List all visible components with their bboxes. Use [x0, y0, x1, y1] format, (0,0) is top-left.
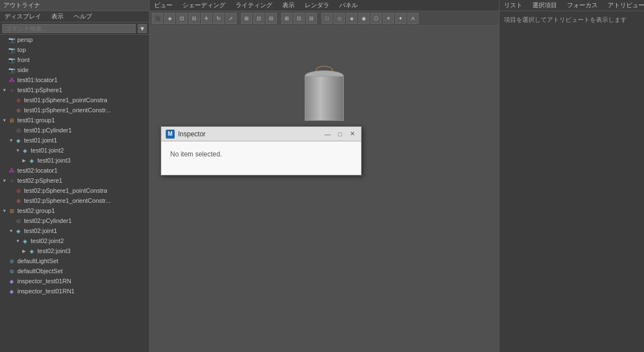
tree-expand-btn[interactable]: ▼ [2, 178, 8, 183]
toolbar-btn-light1[interactable]: ☀ [383, 13, 394, 24]
tree-expand-btn[interactable]: ▼ [16, 148, 21, 153]
viewport-menu-view[interactable]: ビュー [152, 0, 175, 11]
tree-item[interactable]: ▼ ◈ test01:joint1 [0, 135, 149, 145]
tree-item[interactable]: ▼ ◈ test02:joint1 [0, 226, 149, 236]
viewport-menu-bar: ビュー シェーディング ライティング 表示 レンダラ パネル [150, 0, 499, 11]
tree-item[interactable]: ▶ ◈ test01:joint3 [0, 155, 149, 165]
viewport-canvas[interactable]: M Inspector — □ ✕ No item selected. [150, 26, 499, 352]
tree-icon-joint: ◈ [28, 247, 36, 255]
inspector-minimize-button[interactable]: — [323, 130, 332, 139]
viewport-menu-lighting[interactable]: ライティング [233, 0, 275, 11]
tree-label: inspector_test01RN [17, 278, 71, 284]
tree-expand-btn[interactable]: ▼ [2, 88, 8, 93]
viewport-menu-panel[interactable]: パネル [337, 0, 360, 11]
attr-menu-selection[interactable]: 選択項目 [530, 0, 559, 11]
toolbar-btn-paint[interactable]: ⊟ [189, 13, 200, 24]
tree-item[interactable]: ⁂ test01:locator1 [0, 75, 149, 85]
toolbar-btn-rot[interactable]: ↻ [213, 13, 224, 24]
inspector-body: No item selected. [161, 141, 361, 175]
tree-expand-btn[interactable]: ▼ [2, 208, 8, 213]
tree-item[interactable]: ◆ inspector_test01RN1 [0, 286, 149, 296]
toolbar-btn-scl[interactable]: ⤢ [225, 13, 237, 24]
tree-icon-constraint-orient: ⊕ [15, 197, 22, 204]
toolbar-btn-poly1[interactable]: □ [321, 13, 333, 24]
main-layout: アウトライナ ディスプレイ 表示 ヘルプ ▼ 📷 persp 📷 top 📷 f… [0, 0, 644, 352]
search-dropdown[interactable]: ▼ [138, 24, 147, 33]
outliner-menu-display[interactable]: ディスプレイ [2, 11, 44, 22]
tree-item[interactable]: ⊙ test01:pCylinder1 [0, 125, 149, 135]
tree-expand-btn[interactable]: ▼ [9, 138, 15, 143]
viewport-menu-shading[interactable]: シェーディング [180, 0, 228, 11]
tree-item[interactable]: ▼ ○ test01:pSphere1 [0, 85, 149, 95]
tree-icon-constraint-point: ⊕ [15, 96, 22, 104]
tree-label: top [17, 46, 26, 53]
tree-item[interactable]: ⊕ test02:pSphere1_orientConstr... [0, 196, 149, 206]
tree-item[interactable]: ▶ ◈ test02:joint3 [0, 246, 149, 256]
toolbar-btn-poly2[interactable]: ◇ [334, 13, 345, 24]
tree-item[interactable]: 📷 front [0, 55, 149, 65]
toolbar-btn-snap1[interactable]: ⊡ [253, 13, 265, 24]
tree-label: test01:pSphere1_pointConstra [24, 97, 107, 103]
toolbar-btn-lasso[interactable]: ⊡ [176, 13, 188, 24]
inspector-close-button[interactable]: ✕ [348, 130, 357, 139]
toolbar-btn-iso1[interactable]: ⊞ [281, 13, 292, 24]
tree-label: persp [17, 36, 33, 43]
tree-item[interactable]: ▼ ◈ test02:joint2 [0, 236, 149, 246]
tree-item[interactable]: ⊚ defaultLightSet [0, 256, 149, 266]
tree-label: test01:joint1 [24, 137, 57, 144]
outliner-title-label: アウトライナ [3, 1, 40, 9]
tree-item[interactable]: ⊕ test01:pSphere1_orientConstr... [0, 105, 149, 115]
tree-label: test01:group1 [17, 117, 55, 123]
tree-item[interactable]: ⊚ defaultObjectSet [0, 266, 149, 276]
outliner-menu-help[interactable]: ヘルプ [71, 11, 94, 22]
tree-label: test01:pSphere1 [17, 87, 63, 93]
inspector-message: No item selected. [170, 150, 222, 158]
tree-item[interactable]: ⊙ test02:pCylinder1 [0, 216, 149, 226]
tree-icon-camera: 📷 [8, 56, 16, 64]
toolbar-btn-sel[interactable]: ◈ [164, 13, 175, 24]
tree-item[interactable]: ◆ inspector_test01RN [0, 276, 149, 286]
toolbar-btn-grid[interactable]: ⊞ [241, 13, 252, 24]
outliner-menu-view[interactable]: 表示 [49, 11, 66, 22]
viewport-menu-show[interactable]: 表示 [280, 0, 297, 11]
tree-expand-btn[interactable]: ▼ [16, 239, 21, 244]
tree-item[interactable]: ▼ ⊞ test02:group1 [0, 206, 149, 216]
toolbar-btn-cam[interactable]: 🎥 [152, 13, 163, 24]
tree-label: test02:joint2 [31, 237, 64, 244]
viewport-menu-renderer[interactable]: レンダラ [302, 0, 331, 11]
tree-label: test01:joint3 [37, 157, 70, 164]
tree-item[interactable]: 📷 persp [0, 35, 149, 45]
tree-expand-btn[interactable]: ▼ [9, 229, 15, 234]
attr-menu-attr[interactable]: アトリビュート [605, 0, 644, 11]
tree-item[interactable]: ▼ ○ test02:pSphere1 [0, 175, 149, 185]
tree-expand-btn: ▶ [22, 158, 28, 163]
search-input[interactable] [2, 24, 136, 33]
toolbar-btn-light2[interactable]: ✦ [395, 13, 406, 24]
viewport-grid [150, 245, 499, 352]
toolbar-btn-poly5[interactable]: ⬡ [371, 13, 382, 24]
tree-icon-set: ⊚ [8, 267, 16, 275]
inspector-maximize-button[interactable]: □ [335, 130, 344, 139]
tree-item[interactable]: ▼ ◈ test01:joint2 [0, 145, 149, 155]
tree-icon-constraint-orient: ⊕ [15, 106, 22, 114]
tree-expand-btn: ▶ [22, 249, 28, 254]
tree-expand-btn[interactable]: ▼ [2, 118, 8, 123]
attr-menu-list[interactable]: リスト [502, 0, 525, 11]
toolbar-btn-snap2[interactable]: ⊟ [266, 13, 277, 24]
toolbar-btn-aa[interactable]: A [407, 13, 419, 24]
tree-label: test02:locator1 [17, 167, 57, 174]
tree-item[interactable]: ⁂ test02:locator1 [0, 165, 149, 175]
toolbar-btn-iso3[interactable]: ⊟ [306, 13, 317, 24]
toolbar-btn-iso2[interactable]: ⊡ [294, 13, 305, 24]
outliner-tree[interactable]: 📷 persp 📷 top 📷 front 📷 side ⁂ test01:lo… [0, 35, 149, 352]
tree-icon-cylinder: ⊙ [15, 217, 22, 225]
attr-menu-focus[interactable]: フォーカス [565, 0, 600, 11]
toolbar-btn-poly3[interactable]: ◈ [346, 13, 357, 24]
tree-item[interactable]: ⊕ test02:pSphere1_pointConstra [0, 185, 149, 196]
tree-item[interactable]: ▼ ⊞ test01:group1 [0, 115, 149, 125]
toolbar-btn-move[interactable]: ✛ [201, 13, 212, 24]
tree-item[interactable]: 📷 side [0, 65, 149, 75]
tree-item[interactable]: 📷 top [0, 45, 149, 55]
toolbar-btn-poly4[interactable]: ◉ [358, 13, 369, 24]
tree-item[interactable]: ⊕ test01:pSphere1_pointConstra [0, 95, 149, 105]
